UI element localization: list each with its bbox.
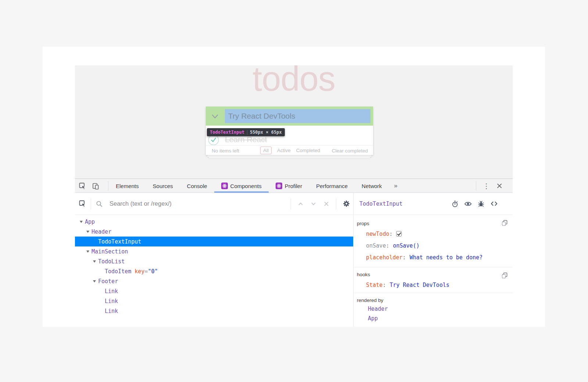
rendered-by-section: rendered by Header App	[354, 293, 513, 323]
todo-input-highlight-padding: Try React DevTools	[206, 107, 373, 126]
inspect-tooltip: TodoTextInput 550px × 65px	[207, 128, 285, 136]
tab-network[interactable]: Network	[355, 179, 389, 193]
prop-row-onsave: onSave:onSave()	[357, 241, 508, 251]
clear-completed-button[interactable]: Clear completed	[332, 148, 368, 154]
more-tabs-button[interactable]: »	[389, 179, 402, 193]
props-label: props	[357, 220, 508, 227]
eye-icon	[464, 200, 472, 208]
search-input[interactable]	[109, 200, 291, 208]
search-icon	[96, 200, 103, 208]
react-atom-icon	[276, 183, 282, 189]
filter-all[interactable]: All	[260, 147, 272, 154]
tab-sources[interactable]: Sources	[146, 179, 180, 193]
tabbar-divider	[476, 181, 476, 191]
screenshot-stage: todos Try React DevTools Learn React	[0, 0, 588, 382]
app-viewport: todos Try React DevTools Learn React	[75, 65, 513, 179]
new-todo-input[interactable]: Try React DevTools	[228, 107, 295, 126]
stopwatch-icon	[451, 200, 459, 208]
filter-completed[interactable]: Completed	[296, 147, 320, 154]
todo-item-label: Learn React	[225, 135, 267, 144]
component-details-panel: TodoTextInput	[354, 193, 513, 327]
expand-arrow-icon[interactable]	[86, 231, 92, 233]
details-header: TodoTextInput	[354, 193, 513, 215]
hook-value-editable[interactable]: Try React DevTools	[390, 282, 449, 288]
inspect-dom-button[interactable]	[464, 200, 472, 208]
close-devtools-button[interactable]	[496, 183, 502, 189]
components-search-bar	[75, 193, 353, 215]
tree-row-todolist[interactable]: TodoList	[75, 256, 353, 266]
pick-component-button[interactable]	[79, 200, 86, 208]
tab-components[interactable]: Components	[214, 179, 269, 193]
expand-arrow-icon[interactable]	[86, 251, 92, 253]
next-result-button[interactable]	[310, 201, 317, 207]
inspect-cursor-icon	[79, 200, 86, 208]
tabbar-right-controls: ⋮	[476, 179, 502, 193]
prop-row-placeholder: placeholder:What needs to be done?	[357, 252, 508, 263]
tab-profiler[interactable]: Profiler	[269, 179, 309, 193]
search-divider	[336, 198, 336, 209]
todo-footer: No items left All Active Completed Clear…	[206, 145, 373, 155]
devtools-menu-button[interactable]: ⋮	[483, 183, 490, 190]
settings-button[interactable]	[343, 200, 350, 208]
tab-console[interactable]: Console	[180, 179, 214, 193]
tree-row-link[interactable]: Link	[75, 286, 353, 296]
tab-elements[interactable]: Elements	[109, 179, 146, 193]
tree-row-link[interactable]: Link	[75, 296, 353, 306]
details-header-actions	[451, 200, 498, 208]
tree-row-footer[interactable]: Footer	[75, 276, 353, 286]
search-divider	[291, 198, 291, 209]
react-atom-icon	[221, 183, 228, 189]
prop-checkbox-checked[interactable]	[396, 231, 402, 237]
tooltip-divider	[247, 130, 247, 135]
hooks-label: hooks	[357, 271, 508, 278]
gear-icon	[343, 200, 350, 208]
clear-search-button[interactable]	[323, 201, 330, 207]
expand-arrow-icon[interactable]	[80, 221, 85, 223]
tree-row-link[interactable]: Link	[75, 306, 353, 316]
tree-row-todotextinput[interactable]: TodoTextInput	[75, 237, 353, 246]
view-source-button[interactable]	[490, 200, 498, 208]
toggle-all-chevron-icon[interactable]	[211, 113, 219, 120]
chevron-up-icon	[297, 201, 304, 207]
hook-row-state: State:Try React DevTools	[357, 280, 508, 290]
selected-component-title: TodoTextInput	[359, 201, 451, 207]
expand-arrow-icon[interactable]	[93, 260, 98, 263]
suspend-component-button[interactable]	[451, 200, 459, 208]
prop-row-newtodo: newTodo:	[357, 229, 508, 239]
bug-icon	[477, 200, 485, 208]
rendered-by-link-app[interactable]: App	[357, 314, 508, 323]
tooltip-component-name: TodoTextInput	[210, 130, 244, 135]
tabbar-divider	[108, 181, 108, 191]
device-toolbar-button[interactable]	[92, 182, 100, 190]
todos-heading: todos	[75, 65, 513, 97]
tooltip-dimensions: 550px × 65px	[250, 130, 282, 135]
inspect-cursor-icon	[79, 182, 86, 190]
tab-performance[interactable]: Performance	[309, 179, 355, 193]
rendered-by-label: rendered by	[357, 297, 508, 304]
props-section: props newTodo: onSave:onSave()	[354, 215, 513, 267]
filter-active[interactable]: Active	[277, 147, 291, 154]
copy-props-button[interactable]	[501, 219, 508, 227]
tree-row-app[interactable]: App	[75, 217, 353, 227]
components-tree-panel: App Header TodoTextInput MainSection	[75, 193, 354, 327]
device-toggle-icon	[92, 182, 100, 190]
page-canvas: todos Try React DevTools Learn React	[43, 47, 545, 327]
inspect-element-button[interactable]	[79, 182, 86, 190]
code-brackets-icon	[490, 200, 498, 208]
search-nav-controls	[291, 198, 353, 209]
copy-icon	[501, 219, 508, 227]
previous-result-button[interactable]	[297, 201, 304, 207]
devtools-panel: Elements Sources Console	[75, 179, 513, 327]
rendered-by-link-header[interactable]: Header	[357, 304, 508, 314]
devtools-tabs: Elements Sources Console	[109, 179, 403, 193]
log-component-button[interactable]	[477, 200, 485, 208]
tree-row-todoitem[interactable]: TodoItem key = "0"	[75, 266, 353, 276]
prop-value-editable[interactable]: What needs to be done?	[409, 254, 483, 261]
component-tree: App Header TodoTextInput MainSection	[75, 215, 353, 327]
tree-row-mainsection[interactable]: MainSection	[75, 246, 353, 256]
search-divider	[91, 198, 91, 209]
devtools-tabbar: Elements Sources Console	[75, 179, 513, 193]
copy-hooks-button[interactable]	[501, 272, 508, 279]
tree-row-header[interactable]: Header	[75, 227, 353, 237]
expand-arrow-icon[interactable]	[93, 280, 98, 282]
